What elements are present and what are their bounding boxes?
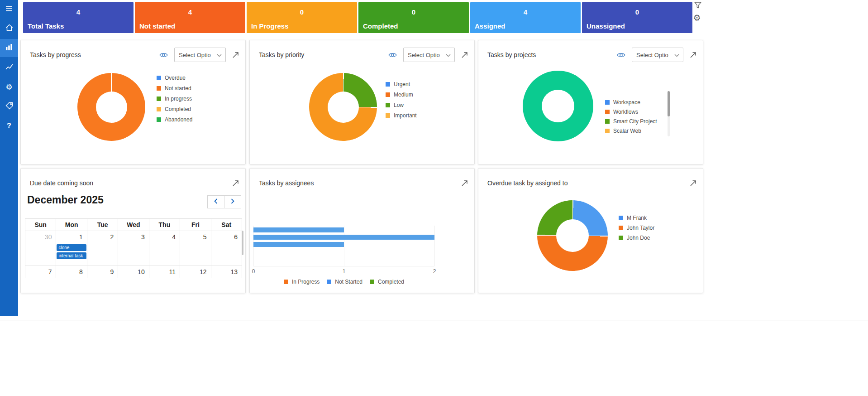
- stat-card-not-started[interactable]: 4 Not started: [135, 2, 245, 33]
- card-title: Tasks by priority: [259, 51, 388, 58]
- legend-item[interactable]: Low: [386, 102, 417, 108]
- calendar-day-cell[interactable]: 30: [25, 231, 56, 266]
- sidebar: ⚙ ?: [0, 0, 18, 316]
- legend-item[interactable]: Important: [386, 112, 417, 119]
- calendar-day-cell[interactable]: 13: [211, 266, 242, 278]
- legend-label: John Doe: [627, 235, 650, 241]
- legend-item[interactable]: John Doe: [619, 235, 654, 241]
- filter-button[interactable]: [692, 0, 703, 11]
- legend-swatch: [619, 216, 623, 220]
- priority-chart-legend: UrgentMediumLowImportant: [386, 81, 417, 123]
- calendar-day-cell[interactable]: 5: [180, 231, 211, 266]
- legend-item[interactable]: Smart City Project: [605, 118, 657, 125]
- legend-item[interactable]: Completed: [370, 279, 404, 285]
- calendar-day-header: Thu: [149, 219, 180, 231]
- card-title: Tasks by assignees: [259, 179, 461, 187]
- line-chart-icon: [5, 63, 13, 72]
- legend-item[interactable]: M Frank: [619, 215, 654, 221]
- priority-donut-chart[interactable]: [309, 73, 377, 141]
- legend-item[interactable]: Scalar Web: [605, 128, 657, 134]
- assignee-bar[interactable]: [253, 227, 344, 232]
- progress-chart-legend: OverdueNot startedIn progressCompletedAb…: [157, 75, 192, 127]
- calendar-day-cell[interactable]: 2: [87, 231, 118, 266]
- calendar-event-chip[interactable]: internal task: [57, 252, 86, 259]
- calendar-day-cell[interactable]: 10: [118, 266, 149, 278]
- sidebar-item-dashboard[interactable]: [0, 39, 18, 57]
- calendar-day-number: 11: [149, 267, 180, 275]
- legend-item[interactable]: Workspace: [605, 99, 657, 106]
- stat-card-total-tasks[interactable]: 4 Total Tasks: [23, 2, 134, 33]
- legend-label: Important: [394, 112, 417, 119]
- calendar-day-cell[interactable]: 4: [149, 231, 180, 266]
- calendar-day-cell[interactable]: 3: [118, 231, 149, 266]
- sidebar-item-help[interactable]: ?: [0, 117, 18, 135]
- stat-card-assigned[interactable]: 4 Assigned: [470, 2, 581, 33]
- legend-item[interactable]: John Taylor: [619, 225, 654, 231]
- card-title: Due date coming soon: [30, 179, 232, 187]
- calendar-month-label: December 2025: [27, 194, 104, 206]
- calendar-day-cell[interactable]: 12: [180, 266, 211, 278]
- legend-swatch: [386, 82, 390, 87]
- sidebar-item-reports[interactable]: [0, 58, 18, 77]
- visibility-eye-icon[interactable]: [159, 52, 168, 58]
- legend-label: Low: [394, 102, 404, 108]
- stat-card-in-progress[interactable]: 0 In Progress: [247, 2, 357, 33]
- projects-donut-chart[interactable]: [523, 71, 593, 141]
- legend-item[interactable]: In progress: [157, 96, 192, 102]
- legend-item[interactable]: In Progress: [284, 279, 320, 285]
- overdue-donut-chart[interactable]: [537, 200, 608, 271]
- legend-scrollbar-thumb[interactable]: [668, 91, 670, 116]
- calendar-day-number: 10: [118, 267, 148, 275]
- calendar-scrollbar-thumb[interactable]: [242, 231, 243, 255]
- sidebar-item-home[interactable]: [0, 19, 18, 38]
- chevron-right-icon: [231, 198, 234, 205]
- calendar-prev-button[interactable]: [207, 195, 224, 208]
- calendar-next-button[interactable]: [224, 195, 241, 208]
- stat-card-completed[interactable]: 0 Completed: [358, 2, 469, 33]
- legend-item[interactable]: Overdue: [157, 75, 192, 81]
- legend-swatch: [327, 280, 331, 284]
- sidebar-item-menu[interactable]: [0, 0, 18, 18]
- chart-option-select[interactable]: Select Optio: [403, 48, 455, 62]
- stat-card-unassigned[interactable]: 0 Unassigned: [582, 2, 692, 33]
- sidebar-item-tags[interactable]: [0, 97, 18, 116]
- dashboard-settings-button[interactable]: ⚙: [692, 12, 702, 23]
- calendar-event-chip[interactable]: clone: [57, 244, 86, 251]
- legend-item[interactable]: Abandoned: [157, 116, 192, 123]
- expand-icon[interactable]: [232, 52, 239, 58]
- overdue-by-assignee-card: Overdue task by assigned to M FrankJohn …: [478, 168, 703, 293]
- visibility-eye-icon[interactable]: [388, 52, 397, 58]
- legend-item[interactable]: Medium: [386, 92, 417, 98]
- assignees-bar-chart[interactable]: [253, 226, 434, 266]
- sidebar-item-settings[interactable]: ⚙: [0, 78, 18, 96]
- assignee-bar[interactable]: [253, 235, 434, 240]
- expand-icon[interactable]: [690, 52, 696, 58]
- calendar-day-cell[interactable]: 6: [211, 231, 242, 266]
- expand-icon[interactable]: [690, 180, 696, 187]
- legend-item[interactable]: Workflows: [605, 109, 657, 115]
- assignee-bar[interactable]: [253, 242, 344, 247]
- legend-item[interactable]: Urgent: [386, 81, 417, 87]
- stat-value: 4: [470, 8, 581, 16]
- progress-donut-chart[interactable]: [77, 73, 145, 141]
- assignees-chart-legend: In ProgressNot StartedCompleted: [253, 279, 434, 285]
- calendar-day-cell[interactable]: 11: [149, 266, 180, 278]
- chart-option-select[interactable]: Select Optio: [632, 48, 683, 62]
- legend-item[interactable]: Not Started: [327, 279, 362, 285]
- calendar-day-cell[interactable]: 1cloneinternal task: [56, 231, 87, 266]
- stat-label: Assigned: [475, 22, 506, 30]
- expand-icon[interactable]: [461, 52, 468, 58]
- visibility-eye-icon[interactable]: [617, 52, 625, 58]
- legend-swatch: [386, 92, 390, 97]
- chart-option-select[interactable]: Select Optio: [174, 48, 226, 62]
- calendar-day-cell[interactable]: 9: [87, 266, 118, 278]
- legend-label: Completed: [165, 106, 191, 112]
- stat-label: In Progress: [251, 22, 289, 30]
- expand-icon[interactable]: [461, 180, 468, 187]
- calendar-day-cell[interactable]: 7: [25, 266, 56, 278]
- expand-icon[interactable]: [232, 180, 239, 187]
- legend-label: In Progress: [292, 279, 320, 285]
- legend-item[interactable]: Completed: [157, 106, 192, 112]
- legend-item[interactable]: Not started: [157, 85, 192, 92]
- calendar-day-cell[interactable]: 8: [56, 266, 87, 278]
